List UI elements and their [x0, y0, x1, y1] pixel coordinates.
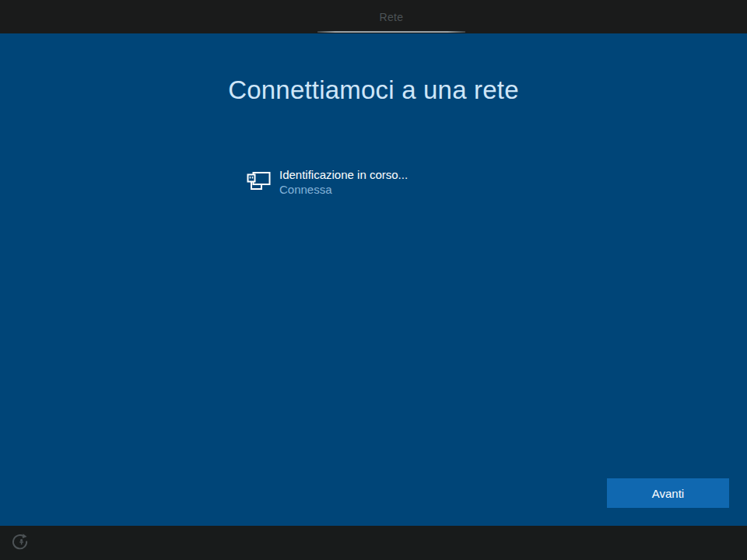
page-title: Connettiamoci a una rete: [0, 33, 747, 105]
network-item-text: Identificazione in corso... Connessa: [279, 167, 408, 197]
oobe-network-screen: Rete Connettiamoci a una rete Identifica…: [0, 0, 747, 560]
network-list-item[interactable]: Identificazione in corso... Connessa: [247, 167, 408, 197]
next-button[interactable]: Avanti: [607, 478, 729, 508]
tab-active-indicator: [317, 31, 465, 33]
tab-rete[interactable]: Rete: [317, 0, 465, 33]
main-content: Connettiamoci a una rete Identificazione…: [0, 33, 747, 526]
ethernet-icon: [247, 170, 272, 194]
ease-of-access-button[interactable]: [9, 533, 30, 553]
ease-of-access-icon: [11, 533, 29, 553]
tab-rete-label: Rete: [380, 11, 404, 23]
network-item-name: Identificazione in corso...: [279, 167, 408, 182]
top-bar: Rete: [0, 0, 747, 33]
bottom-bar: [0, 526, 747, 560]
network-item-status: Connessa: [279, 182, 408, 197]
